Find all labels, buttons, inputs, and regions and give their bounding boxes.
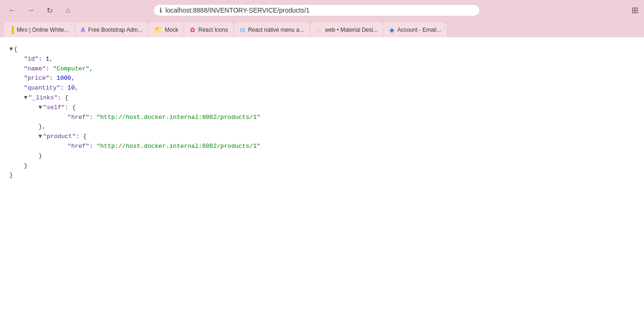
tab-react-icons[interactable]: ✿ React Icons bbox=[184, 22, 234, 37]
url-input[interactable] bbox=[166, 7, 474, 14]
product-href-value: "http://host.docker.internal:8082/produc… bbox=[97, 142, 260, 152]
name-key: "name" bbox=[24, 64, 46, 74]
json-product-href-line: "href" : "http://host.docker.internal:80… bbox=[9, 142, 635, 152]
json-price-line: "price" : 1000 , bbox=[9, 74, 635, 83]
secure-icon: ℹ bbox=[159, 7, 162, 14]
miro-icon: ▐ bbox=[9, 26, 14, 34]
quantity-value: 10 bbox=[68, 83, 75, 93]
json-name-line: "name" : "Computer" , bbox=[9, 64, 635, 74]
json-self-close-line: }, bbox=[9, 122, 635, 132]
browser-chrome: ← → ↻ ⌂ ℹ ⊞ ▐ Miro | Online White... A F… bbox=[0, 0, 644, 37]
json-links-close-line: } bbox=[9, 161, 635, 171]
json-product-close-line: } bbox=[9, 152, 635, 161]
tab-bootstrap[interactable]: A Free Bootstrap Adm... bbox=[75, 22, 149, 37]
name-value: "Computer" bbox=[53, 64, 90, 74]
id-key: "id" bbox=[24, 55, 38, 64]
material-icon: ☺ bbox=[316, 26, 322, 34]
bootstrap-icon: A bbox=[81, 26, 85, 34]
self-href-key: "href" bbox=[68, 113, 90, 123]
product-key: "product" bbox=[43, 132, 76, 142]
tab-react-native[interactable]: ⊙ React native menu a... bbox=[234, 22, 310, 37]
title-bar: ← → ↻ ⌂ ℹ ⊞ bbox=[0, 0, 644, 21]
root-toggle[interactable]: ▼ bbox=[9, 45, 13, 55]
self-key: "self" bbox=[43, 103, 65, 113]
address-bar: ℹ bbox=[153, 4, 480, 16]
account-icon: ◈ bbox=[389, 26, 395, 34]
product-href-key: "href" bbox=[68, 142, 90, 152]
json-id-line: "id" : 1 , bbox=[9, 55, 635, 64]
json-self-href-line: "href" : "http://host.docker.internal:80… bbox=[9, 113, 635, 123]
self-toggle[interactable]: ▼ bbox=[38, 103, 42, 113]
price-value: 1000 bbox=[56, 74, 71, 83]
id-value: 1 bbox=[46, 55, 49, 64]
links-key: "_links" bbox=[28, 93, 57, 103]
tabs-bar: ▐ Miro | Online White... A Free Bootstra… bbox=[0, 21, 644, 37]
json-content: ▼ { "id" : 1 , "name" : "Computer" , "pr… bbox=[0, 37, 644, 311]
price-key: "price" bbox=[24, 74, 49, 83]
tab-mock-label: Mock bbox=[165, 27, 179, 33]
json-product-line: ▼ "product" : { bbox=[9, 132, 635, 142]
react-icons-icon: ✿ bbox=[190, 26, 195, 34]
product-toggle[interactable]: ▼ bbox=[38, 132, 42, 142]
forward-button[interactable]: → bbox=[24, 4, 37, 17]
tab-react-icons-label: React Icons bbox=[198, 27, 228, 33]
self-href-value: "http://host.docker.internal:8082/produc… bbox=[97, 113, 260, 123]
back-button[interactable]: ← bbox=[6, 4, 19, 17]
tab-account-label: Account - Email... bbox=[397, 27, 441, 33]
tab-miro[interactable]: ▐ Miro | Online White... bbox=[4, 22, 75, 37]
translate-button[interactable]: ⊞ bbox=[631, 5, 638, 15]
mock-icon: 📁 bbox=[154, 26, 162, 34]
tab-mock[interactable]: 📁 Mock bbox=[149, 22, 185, 37]
reload-button[interactable]: ↻ bbox=[43, 4, 56, 17]
tab-material[interactable]: ☺ web • Material Desi... bbox=[310, 22, 384, 37]
tab-bootstrap-label: Free Bootstrap Adm... bbox=[88, 27, 143, 33]
json-quantity-line: "quantity" : 10 , bbox=[9, 83, 635, 93]
json-links-line: ▼ "_links" : { bbox=[9, 93, 635, 103]
home-button[interactable]: ⌂ bbox=[62, 4, 75, 17]
json-self-line: ▼ "self" : { bbox=[9, 103, 635, 113]
tab-account[interactable]: ◈ Account - Email... bbox=[384, 22, 447, 37]
tab-material-label: web • Material Desi... bbox=[325, 27, 378, 33]
tab-react-native-label: React native menu a... bbox=[248, 27, 304, 33]
json-root-open: ▼ { bbox=[9, 45, 635, 55]
quantity-key: "quantity" bbox=[24, 83, 60, 93]
react-native-icon: ⊙ bbox=[240, 26, 245, 34]
tab-miro-label: Miro | Online White... bbox=[17, 27, 69, 33]
links-toggle[interactable]: ▼ bbox=[24, 93, 28, 103]
json-root-close: } bbox=[9, 171, 635, 180]
